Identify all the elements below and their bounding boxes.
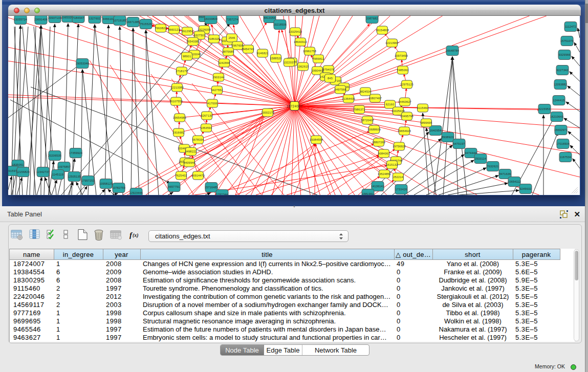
svg-text:8938923: 8938923 [442, 136, 454, 139]
svg-text:12093882: 12093882 [554, 83, 567, 86]
svg-text:417006: 417006 [207, 102, 217, 105]
svg-text:12156829: 12156829 [16, 170, 30, 173]
svg-text:16671385: 16671385 [126, 20, 140, 24]
svg-text:1615132: 1615132 [386, 163, 398, 166]
svg-text:1588520: 1588520 [270, 57, 282, 60]
svg-text:3912954: 3912954 [182, 30, 193, 33]
svg-text:16210643: 16210643 [550, 115, 563, 118]
svg-text:1581961: 1581961 [362, 192, 374, 195]
svg-text:23495798: 23495798 [400, 115, 413, 118]
svg-text:8186328: 8186328 [208, 37, 220, 40]
svg-text:6497568: 6497568 [335, 88, 346, 91]
svg-text:29053346: 29053346 [76, 62, 89, 65]
svg-text:18640910: 18640910 [294, 40, 307, 43]
svg-text:10719185: 10719185 [113, 19, 126, 22]
svg-text:9327503: 9327503 [194, 34, 206, 37]
svg-text:20937133: 20937133 [48, 16, 61, 19]
svg-text:12975125: 12975125 [400, 83, 413, 86]
svg-text:9245632: 9245632 [520, 187, 532, 190]
svg-text:13524851: 13524851 [378, 172, 391, 176]
svg-text:7663822: 7663822 [155, 27, 167, 30]
svg-text:9794078: 9794078 [323, 68, 335, 71]
svg-text:7986372: 7986372 [354, 108, 365, 111]
svg-text:3498222: 3498222 [185, 150, 197, 153]
svg-text:16914479: 16914479 [191, 174, 205, 177]
svg-text:7184947: 7184947 [73, 16, 84, 19]
svg-text:1916682: 1916682 [173, 131, 185, 134]
svg-text:18724007: 18724007 [287, 104, 302, 108]
svg-text:16107553: 16107553 [169, 100, 183, 103]
svg-text:10807467: 10807467 [368, 97, 382, 100]
svg-text:16154808: 16154808 [376, 29, 389, 32]
svg-text:19654923: 19654923 [398, 129, 411, 133]
svg-text:2087682: 2087682 [366, 17, 378, 20]
svg-text:10975857: 10975857 [57, 165, 71, 168]
svg-text:19384554: 19384554 [310, 138, 323, 141]
svg-text:5678334: 5678334 [192, 138, 204, 141]
svg-text:9427552: 9427552 [211, 89, 223, 92]
svg-text:18720407: 18720407 [361, 119, 374, 122]
svg-text:7357274: 7357274 [227, 18, 238, 21]
svg-text:8660123: 8660123 [168, 28, 180, 31]
svg-text:9115460: 9115460 [417, 106, 428, 110]
svg-text:9657791: 9657791 [168, 185, 180, 188]
svg-text:21364436: 21364436 [342, 97, 355, 100]
svg-text:17359924: 17359924 [69, 151, 82, 155]
svg-text:8454749: 8454749 [243, 48, 254, 51]
svg-text:(x): (x) [133, 232, 139, 238]
svg-text:3215953: 3215953 [539, 107, 551, 111]
svg-text:1640954: 1640954 [430, 129, 442, 132]
svg-text:62160: 62160 [386, 103, 394, 106]
svg-text:7955812: 7955812 [313, 57, 324, 60]
svg-text:12923446: 12923446 [129, 191, 143, 194]
svg-text:7515526: 7515526 [140, 23, 152, 26]
svg-text:10961758: 10961758 [303, 50, 316, 53]
svg-text:9084067: 9084067 [378, 152, 390, 155]
svg-text:2718179: 2718179 [176, 70, 188, 73]
svg-text:10782759: 10782759 [112, 186, 125, 189]
svg-text:2933114: 2933114 [475, 157, 486, 160]
svg-text:1167534: 1167534 [560, 156, 571, 159]
svg-text:98901: 98901 [183, 55, 191, 58]
svg-text:23002173: 23002173 [261, 111, 274, 114]
svg-text:1145119: 1145119 [52, 173, 63, 176]
svg-text:20206535: 20206535 [48, 154, 61, 157]
svg-text:10973493: 10973493 [395, 54, 408, 57]
svg-text:18807269: 18807269 [372, 141, 385, 144]
svg-text:9146821: 9146821 [257, 52, 269, 55]
svg-text:14463627: 14463627 [398, 100, 411, 103]
svg-text:16648784: 16648784 [446, 49, 459, 52]
svg-text:7632621: 7632621 [487, 165, 499, 168]
svg-text:15751074: 15751074 [560, 39, 574, 42]
svg-text:9227342: 9227342 [557, 69, 569, 72]
svg-text:13325419: 13325419 [289, 30, 302, 33]
svg-text:1990443: 1990443 [312, 69, 323, 72]
svg-text:9329966: 9329966 [559, 53, 571, 56]
svg-text:16543382: 16543382 [186, 40, 200, 43]
svg-text:3875685: 3875685 [223, 50, 234, 53]
svg-text:252214: 252214 [393, 176, 403, 179]
svg-text:1112472: 1112472 [565, 25, 576, 28]
svg-text:10688609: 10688609 [367, 128, 381, 131]
svg-text:8813054: 8813054 [264, 16, 276, 19]
svg-text:17957253: 17957253 [81, 179, 95, 182]
svg-text:2903144: 2903144 [213, 76, 225, 79]
svg-text:6899695: 6899695 [421, 121, 432, 124]
svg-text:12505135: 12505135 [68, 175, 81, 178]
svg-text:19756928: 19756928 [393, 145, 406, 148]
svg-text:23691406: 23691406 [34, 18, 48, 21]
svg-text:1327602: 1327602 [89, 17, 101, 20]
svg-text:23226058: 23226058 [198, 28, 211, 31]
svg-text:6479197: 6479197 [453, 142, 465, 145]
svg-text:12213383: 12213383 [170, 86, 184, 89]
svg-text:3824534: 3824534 [360, 90, 372, 93]
svg-text:2546: 2546 [228, 36, 235, 39]
svg-text:10958127: 10958127 [99, 182, 113, 185]
svg-text:19218506: 19218506 [273, 23, 287, 26]
svg-text:15692971: 15692971 [554, 128, 568, 132]
svg-text:845: 845 [328, 77, 333, 80]
svg-text:1362615: 1362615 [297, 65, 309, 68]
svg-text:1244415: 1244415 [553, 99, 565, 102]
svg-text:15716485: 15716485 [205, 186, 218, 189]
svg-text:10654112: 10654112 [508, 180, 521, 183]
